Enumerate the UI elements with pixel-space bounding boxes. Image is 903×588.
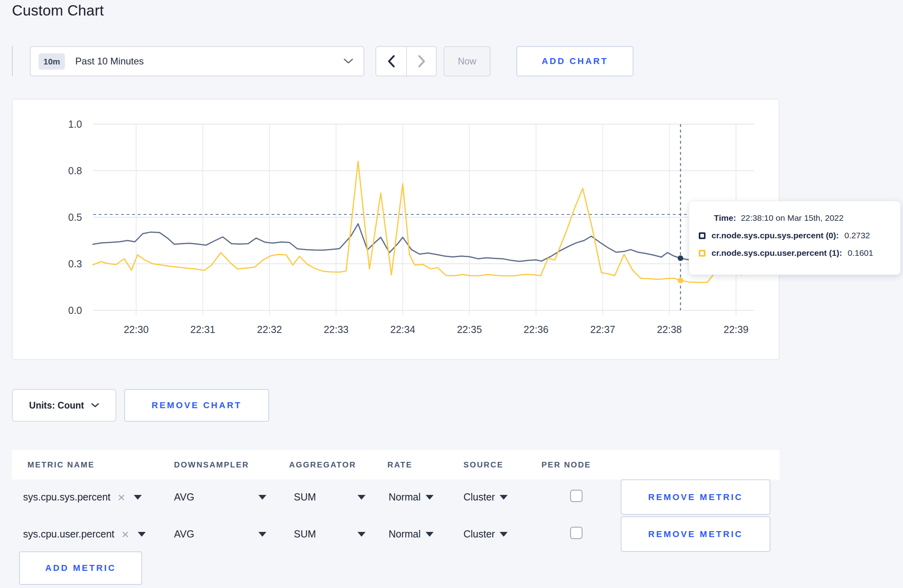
- x-tick-label: 22:30: [124, 324, 149, 335]
- tooltip-series-row: cr.node.sys.cpu.sys.percent (0): 0.2732: [699, 231, 900, 240]
- chevron-down-icon: [91, 403, 99, 408]
- caret-down-icon: [500, 532, 508, 537]
- hover-dot-sys: [678, 255, 683, 261]
- metric-name-label: sys.cpu.sys.percent: [23, 491, 111, 503]
- caret-down-icon: [138, 532, 146, 537]
- page-title: Custom Chart: [12, 2, 104, 19]
- downsampler-select[interactable]: AVG: [174, 516, 266, 553]
- aggregator-select[interactable]: SUM: [294, 516, 366, 553]
- downsampler-value: AVG: [174, 491, 194, 503]
- aggregator-value: SUM: [294, 528, 316, 540]
- tooltip-time-row: Time:22:38:10 on Mar 15th, 2022: [714, 213, 900, 223]
- metrics-table-header: METRIC NAME DOWNSAMPLER AGGREGATOR RATE …: [12, 450, 780, 479]
- column-header-aggregator: AGGREGATOR: [289, 450, 356, 479]
- metric-name-select[interactable]: sys.cpu.user.percent ×: [23, 516, 146, 553]
- rate-value: Normal: [389, 491, 421, 503]
- metric-name-label: sys.cpu.user.percent: [23, 528, 114, 540]
- column-header-source: SOURCE: [463, 450, 504, 479]
- add-chart-button[interactable]: ADD CHART: [516, 46, 633, 76]
- y-tick-label: 1.0: [68, 119, 82, 130]
- series-line-user: [93, 162, 754, 282]
- source-value: Cluster: [463, 528, 495, 540]
- column-header-downsampler: DOWNSAMPLER: [174, 450, 249, 479]
- caret-down-icon: [500, 495, 508, 500]
- column-header-metric-name: METRIC NAME: [27, 450, 95, 479]
- y-tick-label: 0.8: [68, 165, 82, 176]
- clear-metric-icon[interactable]: ×: [121, 528, 129, 541]
- series-sys-swatch-icon: [699, 232, 706, 239]
- now-button[interactable]: Now: [444, 46, 491, 76]
- remove-chart-button[interactable]: REMOVE CHART: [124, 389, 269, 422]
- aggregator-select[interactable]: SUM: [294, 479, 366, 516]
- caret-down-icon: [426, 532, 434, 537]
- x-tick-label: 22:36: [524, 324, 549, 335]
- x-tick-label: 22:34: [390, 324, 415, 335]
- aggregator-value: SUM: [294, 491, 316, 503]
- x-tick-label: 22:31: [190, 324, 215, 335]
- x-tick-label: 22:38: [657, 324, 682, 335]
- y-tick-label: 0.3: [68, 258, 82, 269]
- units-select-label: Units: Count: [29, 400, 84, 411]
- column-header-rate: RATE: [387, 450, 412, 479]
- downsampler-select[interactable]: AVG: [174, 479, 266, 516]
- per-node-checkbox[interactable]: [570, 490, 582, 502]
- tooltip-metric-label: cr.node.sys.cpu.sys.percent (0):: [711, 231, 839, 240]
- prev-time-button[interactable]: [376, 47, 406, 76]
- caret-down-icon: [258, 495, 266, 500]
- chevron-right-icon: [418, 55, 426, 68]
- time-range-label: Past 10 Minutes: [75, 56, 344, 67]
- tooltip-time-label: Time:: [714, 213, 736, 222]
- x-tick-label: 22:35: [457, 324, 482, 335]
- caret-down-icon: [358, 532, 366, 537]
- tooltip-metric-value: 0.1601: [848, 248, 873, 258]
- column-header-per-node: PER NODE: [541, 450, 591, 479]
- x-tick-label: 22:33: [324, 324, 349, 335]
- rate-select[interactable]: Normal: [389, 516, 434, 553]
- series-user-swatch-icon: [699, 250, 706, 257]
- metric-name-select[interactable]: sys.cpu.sys.percent ×: [23, 479, 142, 516]
- series-line-sys: [93, 224, 754, 261]
- caret-down-icon: [258, 532, 266, 537]
- chart-card: 0.00.30.50.81.022:3022:3122:3222:3322:34…: [12, 99, 780, 360]
- rate-value: Normal: [389, 528, 421, 540]
- metric-row: sys.cpu.user.percent × AVG SUM Normal Cl…: [12, 516, 780, 553]
- cpu-usage-chart[interactable]: 0.00.30.50.81.022:3022:3122:3222:3322:34…: [13, 99, 779, 359]
- caret-down-icon: [426, 495, 434, 500]
- add-metric-button[interactable]: ADD METRIC: [19, 551, 142, 585]
- y-tick-label: 0.0: [68, 305, 82, 316]
- source-select[interactable]: Cluster: [463, 516, 508, 553]
- per-node-checkbox[interactable]: [570, 527, 582, 539]
- x-tick-label: 22:39: [723, 324, 749, 335]
- hover-dot-user: [678, 278, 683, 283]
- units-select[interactable]: Units: Count: [12, 389, 116, 422]
- clear-metric-icon[interactable]: ×: [118, 491, 125, 504]
- time-nav-group: [375, 46, 437, 76]
- x-tick-label: 22:37: [590, 324, 616, 335]
- tooltip-time-value: 22:38:10 on Mar 15th, 2022: [741, 213, 844, 222]
- time-range-badge: 10m: [39, 53, 65, 70]
- tooltip-series-row: cr.node.sys.cpu.user.percent (1): 0.1601: [699, 248, 900, 258]
- source-select[interactable]: Cluster: [463, 479, 508, 516]
- chart-tooltip: Time:22:38:10 on Mar 15th, 2022 cr.node.…: [689, 201, 901, 275]
- chevron-left-icon: [387, 55, 395, 68]
- chevron-down-icon: [344, 58, 353, 64]
- downsampler-value: AVG: [174, 528, 194, 540]
- remove-metric-button[interactable]: REMOVE METRIC: [621, 479, 770, 515]
- x-tick-label: 22:32: [257, 324, 282, 335]
- custom-chart-page: Custom Chart 10m Past 10 Minutes Now ADD…: [0, 0, 903, 588]
- y-tick-label: 0.5: [68, 212, 82, 223]
- source-value: Cluster: [463, 491, 495, 503]
- next-time-button[interactable]: [406, 47, 436, 76]
- time-range-select[interactable]: 10m Past 10 Minutes: [30, 46, 364, 76]
- remove-metric-button[interactable]: REMOVE METRIC: [621, 516, 770, 552]
- toolbar-left-divider: [12, 46, 13, 76]
- tooltip-metric-label: cr.node.sys.cpu.user.percent (1):: [711, 248, 842, 258]
- metric-row: sys.cpu.sys.percent × AVG SUM Normal Clu…: [12, 479, 780, 516]
- tooltip-metric-value: 0.2732: [844, 231, 870, 240]
- caret-down-icon: [134, 495, 142, 500]
- caret-down-icon: [358, 495, 366, 500]
- rate-select[interactable]: Normal: [389, 479, 434, 516]
